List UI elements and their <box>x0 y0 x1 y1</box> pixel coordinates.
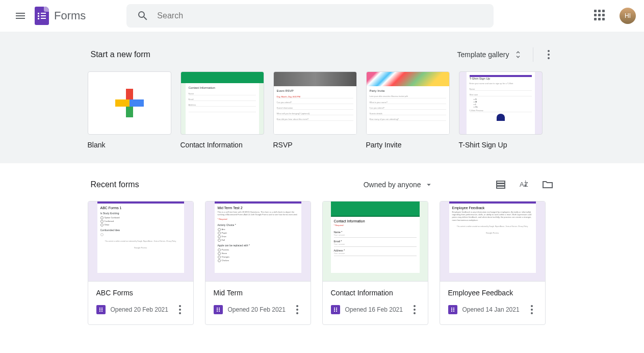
form-more-button[interactable] <box>175 301 185 318</box>
form-card-mid-term[interactable]: Mid Term Test 2 This is a self test form… <box>205 201 311 325</box>
gallery-controls: Template gallery <box>457 46 554 63</box>
form-card-contact-information[interactable]: Contact Information * Required Name *You… <box>322 201 428 325</box>
sort-az-icon[interactable]: AZ <box>518 179 530 191</box>
form-date: Opened 14 Jan 2021 <box>462 306 522 313</box>
template-gallery-button[interactable]: Template gallery <box>457 50 523 59</box>
template-contact-information[interactable]: Contact InformationNameEmailAddress Cont… <box>181 71 264 149</box>
google-apps-button[interactable] <box>589 5 611 27</box>
view-controls: AZ <box>495 179 554 191</box>
dropdown-icon <box>424 180 433 189</box>
form-card-employee-feedback[interactable]: Employee Feedback Employee feedback is a… <box>440 201 546 325</box>
unfold-icon <box>513 50 523 59</box>
app-logo[interactable]: Forms <box>35 7 86 25</box>
form-name: ABC Forms <box>96 289 185 297</box>
form-name: Mid Term <box>214 289 302 297</box>
search-input[interactable] <box>157 11 483 20</box>
form-card-abc-forms[interactable]: ABC Forms 1 Is Study Exciting Option Con… <box>88 201 194 325</box>
form-date: Opened 16 Feb 2021 <box>345 306 404 313</box>
divider <box>533 47 533 62</box>
search-icon <box>137 10 149 22</box>
recent-header: Recent forms Owned by anyone AZ <box>88 173 557 201</box>
template-name: Party Invite <box>366 141 450 149</box>
template-more-button[interactable] <box>544 46 554 63</box>
form-name: Employee Feedback <box>448 289 537 297</box>
form-more-button[interactable] <box>292 301 302 318</box>
form-date: Opened 20 Feb 2021 <box>228 306 287 313</box>
forms-file-icon <box>96 305 106 314</box>
folder-icon[interactable] <box>542 179 554 191</box>
owned-by-filter[interactable]: Owned by anyone <box>364 180 433 189</box>
gallery-label: Template gallery <box>457 51 509 59</box>
template-blank[interactable]: Blank <box>88 71 171 149</box>
template-name: RSVP <box>273 141 357 149</box>
forms-grid: ABC Forms 1 Is Study Exciting Option Con… <box>88 201 557 325</box>
templates-row: Blank Contact InformationNameEmailAddres… <box>88 71 557 149</box>
app-header: Forms HI <box>0 0 644 32</box>
template-name: Contact Information <box>181 141 264 149</box>
form-more-button[interactable] <box>409 301 420 318</box>
hamburger-icon <box>14 10 27 22</box>
template-section: Start a new form Template gallery Blank <box>0 32 644 163</box>
template-name: Blank <box>88 141 171 149</box>
forms-file-icon <box>214 305 223 314</box>
template-section-title: Start a new form <box>91 50 150 59</box>
owned-filter-label: Owned by anyone <box>364 181 421 189</box>
plus-icon <box>115 89 144 117</box>
forms-file-icon <box>448 305 457 314</box>
template-rsvp[interactable]: Event RSVPDay, Month, Day, 8:00 PMCan yo… <box>273 71 357 149</box>
search-bar[interactable] <box>126 4 494 28</box>
svg-text:AZ: AZ <box>520 181 528 188</box>
template-tshirt-signup[interactable]: T-Shirt Sign UpEnter your name and size … <box>459 71 543 149</box>
forms-file-icon <box>331 305 340 314</box>
header-right: HI <box>589 5 636 27</box>
template-section-header: Start a new form Template gallery <box>88 40 557 71</box>
template-party-invite[interactable]: Party InviteLorem ipsum dolor consectetu… <box>366 71 450 149</box>
avatar-label: HI <box>625 12 631 19</box>
recent-title: Recent forms <box>91 180 139 189</box>
account-avatar[interactable]: HI <box>620 8 636 24</box>
app-name: Forms <box>54 9 86 22</box>
list-view-icon[interactable] <box>495 179 507 191</box>
form-date: Opened 20 Feb 2021 <box>111 306 170 313</box>
forms-logo-icon <box>35 7 49 25</box>
main-menu-button[interactable] <box>8 4 33 28</box>
form-name: Contact Information <box>331 289 420 297</box>
recent-section: Recent forms Owned by anyone AZ ABC Form… <box>0 163 644 335</box>
template-name: T-Shirt Sign Up <box>459 141 543 149</box>
form-more-button[interactable] <box>527 301 537 318</box>
